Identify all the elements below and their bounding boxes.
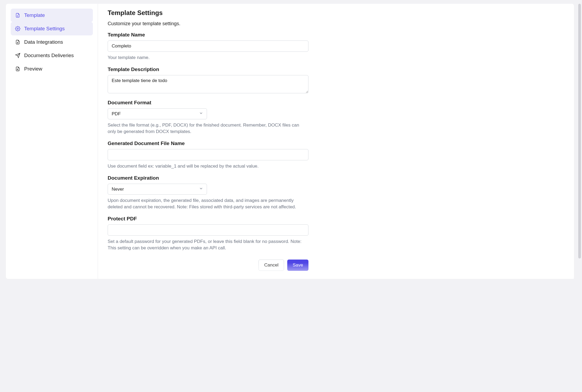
download-file-icon — [15, 39, 20, 45]
help-generated-file-name: Use document field ex: variable_1 and wi… — [108, 163, 308, 170]
preview-file-icon — [15, 66, 20, 72]
protect-pdf-input[interactable] — [108, 224, 308, 236]
document-format-select-wrap: PDF — [108, 108, 207, 119]
label-generated-file-name: Generated Document File Name — [108, 140, 564, 146]
help-document-format: Select the file format (e.g., PDF, DOCX)… — [108, 122, 308, 135]
sidebar-item-label: Data Integrations — [24, 39, 63, 45]
label-document-format: Document Format — [108, 100, 564, 106]
template-description-textarea[interactable] — [108, 75, 308, 93]
field-generated-file-name: Generated Document File Name Use documen… — [108, 140, 564, 170]
sidebar-item-template-settings[interactable]: Template Settings — [11, 22, 93, 35]
label-document-expiration: Document Expiration — [108, 175, 564, 181]
svg-point-1 — [17, 69, 18, 70]
sidebar-item-template[interactable]: Template — [11, 9, 93, 22]
help-template-name: Your template name. — [108, 54, 308, 61]
save-button[interactable]: Save — [287, 260, 308, 271]
generated-file-name-input[interactable] — [108, 149, 308, 160]
sidebar: Template Template Settings Data Integrat… — [6, 4, 98, 279]
sidebar-item-data-integrations[interactable]: Data Integrations — [11, 35, 93, 49]
sidebar-item-label: Preview — [24, 66, 42, 72]
template-name-input[interactable] — [108, 40, 308, 52]
main-content: Template Settings Customize your templat… — [98, 4, 574, 279]
field-protect-pdf: Protect PDF Set a default password for y… — [108, 216, 564, 252]
label-template-name: Template Name — [108, 32, 564, 38]
help-document-expiration: Upon document expiration, the generated … — [108, 197, 308, 210]
help-protect-pdf: Set a default password for your generate… — [108, 238, 308, 252]
field-document-format: Document Format PDF Select the file form… — [108, 100, 564, 135]
file-icon — [15, 13, 20, 18]
send-icon — [15, 53, 20, 58]
field-template-description: Template Description — [108, 66, 564, 94]
sidebar-item-preview[interactable]: Preview — [11, 62, 93, 76]
field-document-expiration: Document Expiration Never Upon document … — [108, 175, 564, 210]
label-protect-pdf: Protect PDF — [108, 216, 564, 222]
field-template-name: Template Name Your template name. — [108, 32, 564, 61]
gear-icon — [15, 26, 20, 31]
document-expiration-select[interactable]: Never — [108, 184, 207, 195]
scrollbar[interactable] — [578, 4, 581, 258]
page-title: Template Settings — [108, 9, 564, 17]
sidebar-item-label: Template Settings — [24, 26, 65, 32]
sidebar-item-documents-deliveries[interactable]: Documents Deliveries — [11, 49, 93, 62]
page-subtitle: Customize your template settings. — [108, 21, 564, 27]
sidebar-item-label: Documents Deliveries — [24, 53, 74, 58]
document-format-select[interactable]: PDF — [108, 108, 207, 119]
cancel-button[interactable]: Cancel — [259, 260, 284, 271]
document-expiration-select-wrap: Never — [108, 184, 207, 195]
sidebar-item-label: Template — [24, 12, 45, 18]
page-container: Template Template Settings Data Integrat… — [6, 4, 574, 279]
footer-actions: Cancel Save — [108, 260, 308, 271]
label-template-description: Template Description — [108, 66, 564, 72]
svg-point-0 — [17, 28, 19, 29]
